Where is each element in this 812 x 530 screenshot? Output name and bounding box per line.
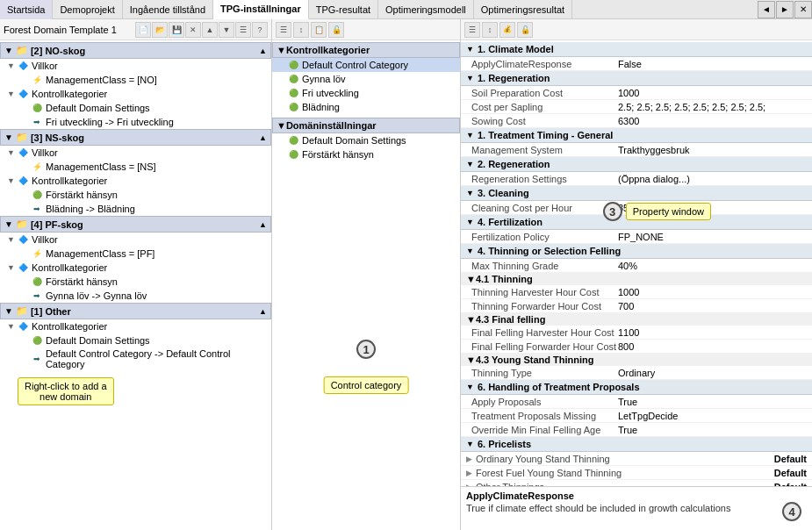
pl-forest-fuel-item[interactable]: ▶ Forest Fuel Young Stand Thinning Defau…: [461, 466, 812, 480]
thinning-type-row[interactable]: Thinning Type Ordinary: [461, 366, 812, 380]
forstärkt-pf-item[interactable]: 🟢 Förstärkt hänsyn: [0, 275, 271, 289]
override-min-value: True: [618, 425, 808, 435]
mgmt-system-row[interactable]: Management System Trakthyggesbruk: [461, 143, 812, 157]
cost-sapling-row[interactable]: Cost per Sapling 2.5; 2.5; 2.5; 2.5; 2.5…: [461, 100, 812, 114]
regen2-header[interactable]: ▼ 2. Regeneration: [461, 157, 812, 172]
climate-model-header[interactable]: ▼ 1. Climate Model: [461, 42, 812, 57]
default-domain-other-label: Default Domain Settings: [46, 335, 150, 346]
middle-sort-icon[interactable]: ↕: [293, 22, 309, 38]
up-icon[interactable]: ▲: [202, 22, 218, 38]
settings-ns-icon: 🟢: [30, 189, 44, 201]
thinning-header[interactable]: ▼ 4. Thinning or Selection Felling: [461, 244, 812, 259]
thinning-type-value: Ordinary: [618, 368, 808, 378]
open-icon[interactable]: 📂: [152, 22, 168, 38]
delete-icon[interactable]: ✕: [185, 22, 201, 38]
ff-harvester-row[interactable]: Final Felling Harvester Hour Cost 1100: [461, 326, 812, 340]
apply-climate-row[interactable]: ApplyClimateResponse False: [461, 57, 812, 71]
regeneration-header[interactable]: ▼ 1. Regeneration: [461, 71, 812, 86]
mgmt-ns-item[interactable]: ⚡ ManagementClass = [NS]: [0, 160, 271, 174]
right-pricelists-icon[interactable]: 💰: [499, 22, 515, 38]
collapse-other-icon: ▼: [4, 306, 13, 316]
default-domain-no-item[interactable]: 🟢 Default Domain Settings: [0, 101, 271, 115]
tab-tpg-installningar[interactable]: TPG-inställningar: [213, 0, 309, 19]
villkor-group-pf[interactable]: ▼ 🔷 Villkor: [0, 233, 271, 247]
right-menu-icon[interactable]: ☰: [464, 22, 480, 38]
treat-missing-row[interactable]: Treatment Proposals Missing LetTpgDecide: [461, 409, 812, 423]
fert-policy-row[interactable]: Fertilization Policy FP_NONE: [461, 230, 812, 244]
treatment-timing-header[interactable]: ▼ 1. Treatment Timing - General: [461, 128, 812, 143]
list-icon[interactable]: ☰: [235, 22, 251, 38]
pl-ordinary-young-item[interactable]: ▶ Ordinary Young Stand Thinning Default: [461, 452, 812, 466]
max-thinning-row[interactable]: Max Thinning Grade 40%: [461, 259, 812, 273]
expand-villkor-no-icon: ▼: [7, 61, 16, 70]
property-window-callout-container: 3 Property window: [603, 202, 711, 221]
thinning-41-header[interactable]: ▼ 4.1 Thinning: [461, 273, 812, 285]
thinning-harvester-row[interactable]: Thinning Harvester Hour Cost 1000: [461, 285, 812, 299]
gynna-pf-item[interactable]: ➡ Gynna löv -> Gynna löv: [0, 289, 271, 303]
kontroll-group-other[interactable]: ▼ 🔷 Kontrollkategorier: [0, 319, 271, 333]
kontroll-group-no[interactable]: ▼ 🔷 Kontrollkategorier: [0, 87, 271, 101]
bladning-item[interactable]: 🟢 Blädning: [272, 100, 460, 114]
pricelists-icon[interactable]: 📋: [311, 22, 327, 38]
cleaning-header[interactable]: ▼ 3. Cleaning: [461, 186, 812, 201]
arrow-ns-icon: ➡: [30, 203, 44, 215]
thinning-forwarder-row[interactable]: Thinning Forwarder Hour Cost 700: [461, 299, 812, 313]
bladning-ns-item[interactable]: ➡ Blädning -> Blädning: [0, 202, 271, 216]
right-unlock-icon[interactable]: 🔓: [517, 22, 533, 38]
default-domain-settings-item[interactable]: 🟢 Default Domain Settings: [272, 133, 460, 147]
tab-optimeringsresultat[interactable]: Optimeringsresultat: [474, 0, 572, 19]
final-felling-header[interactable]: ▼ 4.3 Final felling: [461, 313, 812, 326]
regen-settings-row[interactable]: Regeneration Settings (Öppna dialog...): [461, 172, 812, 186]
mgmt-no-item[interactable]: ⚡ ManagementClass = [NO]: [0, 73, 271, 87]
section-header-pf-skog[interactable]: ▼ 📁 [4] PF-skog ▲: [0, 216, 271, 233]
middle-menu-icon[interactable]: ☰: [276, 22, 291, 38]
gynna-lov-item[interactable]: 🟢 Gynna löv: [272, 72, 460, 86]
middle-unlock-icon[interactable]: 🔓: [328, 22, 344, 38]
forstärkt-ns-item[interactable]: 🟢 Förstärkt hänsyn: [0, 188, 271, 202]
section-header-ns-skog[interactable]: ▼ 📁 [3] NS-skog ▲: [0, 129, 271, 146]
apply-proposals-row[interactable]: Apply Proposals True: [461, 395, 812, 409]
down-icon[interactable]: ▼: [219, 22, 234, 38]
tab-startsida[interactable]: Startsida: [0, 0, 53, 19]
pricelists-header[interactable]: ▼ 6. Pricelists: [461, 437, 812, 452]
tab-optimeringsmodell[interactable]: Optimeringsmodell: [378, 0, 474, 19]
thinning-harvester-value: 1000: [618, 287, 808, 297]
sowing-cost-row[interactable]: Sowing Cost 6300: [461, 114, 812, 128]
forstärkt-hänsyn-item[interactable]: 🟢 Förstärkt hänsyn: [272, 147, 460, 161]
kontroll-group-ns[interactable]: ▼ 🔷 Kontrollkategorier: [0, 174, 271, 188]
section-header-no-skog[interactable]: ▼ 📁 [2] NO-skog ▲: [0, 42, 271, 59]
fri-no-item[interactable]: ➡ Fri utveckling -> Fri utveckling: [0, 115, 271, 129]
domainstallningar-expand-icon: ▼: [277, 120, 286, 131]
ff-forwarder-row[interactable]: Final Felling Forwarder Hour Cost 800: [461, 340, 812, 354]
section-header-other[interactable]: ▼ 📁 [1] Other ▲: [0, 303, 271, 319]
default-ctrl-other-item[interactable]: ➡ Default Control Category -> Default Co…: [0, 347, 271, 370]
villkor-group-no[interactable]: ▼ 🔷 Villkor: [0, 59, 271, 73]
pl-other-thinnings-item[interactable]: ▶ Other Thinnings Default: [461, 480, 812, 486]
default-control-category-item[interactable]: 🟢 Default Control Category: [272, 58, 460, 72]
mgmt-pf-item[interactable]: ⚡ ManagementClass = [PF]: [0, 247, 271, 261]
tab-ingaende[interactable]: Ingående tillstånd: [123, 0, 213, 19]
default-domain-other-item[interactable]: 🟢 Default Domain Settings: [0, 333, 271, 347]
young-stand-header[interactable]: ▼ 4.3 Young Stand Thinning: [461, 354, 812, 366]
kontroll-no-label: Kontrollkategorier: [32, 89, 107, 99]
override-min-row[interactable]: Override Min Final Felling Age True: [461, 423, 812, 437]
expand-villkor-pf-icon: ▼: [7, 235, 16, 244]
next-button[interactable]: ►: [776, 1, 794, 18]
leaf-ns-b-icon: [21, 204, 30, 213]
tab-tpg-resultat[interactable]: TPG-resultat: [309, 0, 378, 19]
villkor-group-ns[interactable]: ▼ 🔷 Villkor: [0, 146, 271, 160]
tab-demoprojekt[interactable]: Demoprojekt: [53, 0, 122, 19]
soil-prep-row[interactable]: Soil Preparation Cost 1000: [461, 86, 812, 100]
kontroll-group-pf[interactable]: ▼ 🔷 Kontrollkategorier: [0, 261, 271, 275]
close-button[interactable]: ✕: [794, 1, 812, 18]
section-ns-skog: ▼ 📁 [3] NS-skog ▲ ▼ 🔷 Villkor ⚡ Manageme…: [0, 129, 271, 216]
proposals-header[interactable]: ▼ 6. Handling of Treatment Proposals: [461, 380, 812, 395]
right-sort-icon[interactable]: ↕: [482, 22, 498, 38]
kontrollkat-header[interactable]: ▼ Kontrollkategorier: [272, 42, 460, 58]
new-icon[interactable]: 📄: [135, 22, 151, 38]
help-icon[interactable]: ?: [252, 22, 268, 38]
fri-utveckling-item[interactable]: 🟢 Fri utveckling: [272, 86, 460, 100]
save-icon[interactable]: 💾: [169, 22, 184, 38]
domainstallningar-header[interactable]: ▼ Domäninställningar: [272, 118, 460, 133]
prev-button[interactable]: ◄: [758, 1, 775, 18]
